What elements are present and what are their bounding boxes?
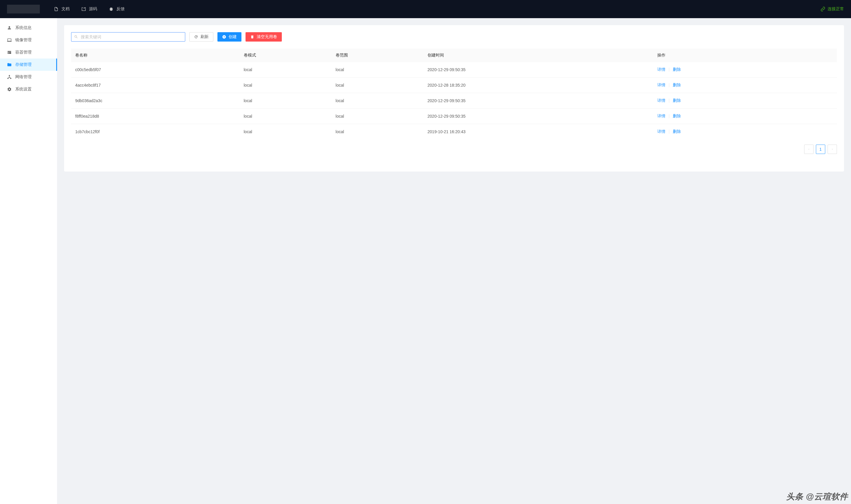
link-icon: [820, 7, 825, 12]
action-detail[interactable]: 详情: [657, 83, 666, 88]
trash-icon: [250, 35, 254, 39]
refresh-icon: [194, 35, 198, 39]
search-wrap: [71, 32, 185, 41]
page-1[interactable]: 1: [816, 145, 825, 154]
card: 刷新 创建 清空无用卷 卷名称 卷模式 卷范围 创建时间: [64, 25, 844, 172]
cell-name: 4acc4ebc8f17: [71, 77, 240, 93]
table-row: 9db036ad2a3clocallocal2020-12-29 09:50:3…: [71, 93, 837, 109]
chevron-left-icon: [808, 148, 810, 151]
create-button[interactable]: 创建: [217, 32, 241, 41]
action-divider: [669, 68, 669, 72]
action-divider: [669, 130, 669, 134]
folder-icon: [7, 62, 12, 67]
gear-icon: [7, 87, 12, 92]
action-delete[interactable]: 删除: [673, 129, 681, 134]
pagination: 1: [71, 145, 837, 154]
sidebar: 系统信息 镜像管理 容器管理 存储管理 网络管理 系统设置: [0, 18, 57, 504]
table-row: 1cb7cbc12f0flocallocal2019-10-21 16:20:4…: [71, 124, 837, 140]
cell-created: 2020-12-29 09:50:35: [423, 109, 653, 124]
nav-source[interactable]: 源码: [82, 6, 97, 12]
cell-mode: local: [240, 93, 331, 109]
sidebar-item-network[interactable]: 网络管理: [0, 71, 57, 83]
action-detail[interactable]: 详情: [657, 129, 666, 134]
cell-name: f8ff0ea218d8: [71, 109, 240, 124]
cell-actions: 详情删除: [653, 109, 837, 124]
col-name: 卷名称: [71, 49, 240, 62]
logo: [7, 5, 40, 14]
sidebar-item-container[interactable]: 容器管理: [0, 46, 57, 58]
sidebar-item-system-info[interactable]: 系统信息: [0, 22, 57, 34]
create-label: 创建: [229, 34, 237, 39]
cell-created: 2020-12-29 09:50:35: [423, 62, 653, 77]
table-header-row: 卷名称 卷模式 卷范围 创建时间 操作: [71, 49, 837, 62]
nav-feedback[interactable]: 反馈: [109, 6, 125, 12]
action-detail[interactable]: 详情: [657, 113, 666, 119]
laptop-icon: [7, 38, 12, 42]
sidebar-item-label: 系统信息: [15, 25, 32, 31]
cell-actions: 详情删除: [653, 93, 837, 109]
clear-label: 清空无用卷: [257, 34, 277, 39]
cell-actions: 详情删除: [653, 124, 837, 140]
action-divider: [669, 83, 669, 87]
cell-actions: 详情删除: [653, 62, 837, 77]
plus-circle-icon: [222, 35, 226, 39]
main-layout: 系统信息 镜像管理 容器管理 存储管理 网络管理 系统设置: [0, 18, 851, 504]
toolbar: 刷新 创建 清空无用卷: [71, 32, 837, 41]
action-detail[interactable]: 详情: [657, 67, 666, 72]
chevron-right-icon: [831, 148, 834, 151]
sidebar-item-settings[interactable]: 系统设置: [0, 83, 57, 95]
sidebar-item-label: 网络管理: [15, 74, 32, 79]
col-actions: 操作: [653, 49, 837, 62]
col-scope: 卷范围: [331, 49, 423, 62]
action-divider: [669, 98, 669, 103]
cell-scope: local: [331, 62, 423, 77]
action-delete[interactable]: 删除: [673, 67, 681, 72]
nav-label: 源码: [89, 6, 97, 12]
code-icon: [82, 7, 86, 12]
sidebar-item-label: 存储管理: [15, 62, 32, 67]
container-icon: [7, 50, 12, 55]
sidebar-item-label: 镜像管理: [15, 37, 32, 43]
action-divider: [669, 114, 669, 118]
header-nav: 文档 源码 反馈: [54, 6, 820, 12]
table-row: f8ff0ea218d8locallocal2020-12-29 09:50:3…: [71, 109, 837, 124]
search-icon: [74, 35, 78, 39]
action-detail[interactable]: 详情: [657, 98, 666, 103]
status-label: 连接正常: [828, 6, 844, 12]
cell-name: 1cb7cbc12f0f: [71, 124, 240, 140]
document-icon: [54, 7, 58, 12]
cell-scope: local: [331, 109, 423, 124]
page-next[interactable]: [828, 145, 837, 154]
sidebar-item-image[interactable]: 镜像管理: [0, 34, 57, 46]
cell-created: 2020-12-28 18:35:20: [423, 77, 653, 93]
cell-mode: local: [240, 124, 331, 140]
cell-created: 2020-12-29 09:50:35: [423, 93, 653, 109]
cell-mode: local: [240, 109, 331, 124]
refresh-label: 刷新: [200, 34, 209, 39]
nav-docs[interactable]: 文档: [54, 6, 70, 12]
cell-scope: local: [331, 93, 423, 109]
action-delete[interactable]: 删除: [673, 83, 681, 88]
action-delete[interactable]: 删除: [673, 113, 681, 119]
network-icon: [7, 75, 12, 79]
page-prev[interactable]: [804, 145, 814, 154]
app-header: 文档 源码 反馈 连接正常: [0, 0, 851, 18]
nav-label: 反馈: [116, 6, 125, 12]
user-icon: [7, 25, 12, 30]
action-delete[interactable]: 删除: [673, 98, 681, 103]
cell-scope: local: [331, 124, 423, 140]
cell-created: 2019-10-21 16:20:43: [423, 124, 653, 140]
search-input[interactable]: [71, 32, 185, 41]
refresh-button[interactable]: 刷新: [189, 32, 213, 41]
cell-actions: 详情删除: [653, 77, 837, 93]
table-row: c00c5edb5f07locallocal2020-12-29 09:50:3…: [71, 62, 837, 77]
clear-button[interactable]: 清空无用卷: [246, 32, 282, 41]
cell-mode: local: [240, 77, 331, 93]
col-mode: 卷模式: [240, 49, 331, 62]
cell-name: 9db036ad2a3c: [71, 93, 240, 109]
table-row: 4acc4ebc8f17locallocal2020-12-28 18:35:2…: [71, 77, 837, 93]
sidebar-item-storage[interactable]: 存储管理: [0, 58, 57, 71]
volume-table: 卷名称 卷模式 卷范围 创建时间 操作 c00c5edb5f07localloc…: [71, 49, 837, 139]
cell-scope: local: [331, 77, 423, 93]
sidebar-item-label: 容器管理: [15, 50, 32, 55]
